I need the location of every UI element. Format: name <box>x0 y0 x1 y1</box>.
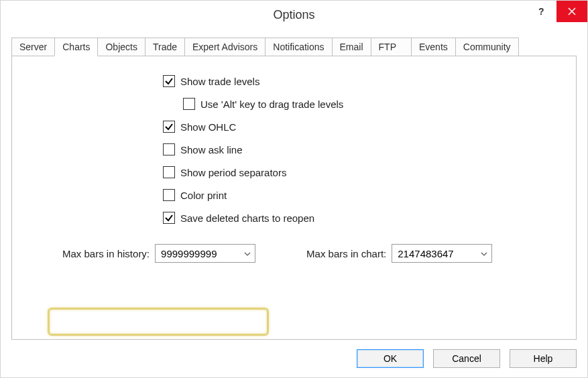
chevron-down-icon <box>244 250 251 257</box>
tab-ftp[interactable]: FTP <box>371 38 412 56</box>
option-show-trade-levels: Show trade levels <box>163 75 563 87</box>
option-use-alt-drag: Use 'Alt' key to drag trade levels <box>183 98 563 110</box>
tab-trade[interactable]: Trade <box>145 38 185 56</box>
label-max-bars-history: Max bars in history: <box>62 248 150 259</box>
cancel-button[interactable]: Cancel <box>433 349 500 368</box>
option-color-print: Color print <box>163 189 563 201</box>
dialog-content: Server Charts Objects Trade Expert Advis… <box>1 29 587 377</box>
tabstrip: Server Charts Objects Trade Expert Advis… <box>11 37 577 56</box>
help-button[interactable]: Help <box>510 349 577 368</box>
tab-server[interactable]: Server <box>11 38 55 56</box>
window-title: Options <box>273 8 314 22</box>
tab-email[interactable]: Email <box>332 38 371 56</box>
label-max-bars-chart: Max bars in chart: <box>306 248 386 259</box>
tab-panel-charts: Show trade levels Use 'Alt' key to drag … <box>11 56 577 340</box>
label-show-ohlc: Show OHLC <box>180 121 236 133</box>
checkbox-show-trade-levels[interactable] <box>163 75 175 87</box>
checkbox-use-alt-drag[interactable] <box>183 98 195 110</box>
combo-max-bars-chart-value: 2147483647 <box>398 248 453 259</box>
option-save-deleted-charts: Save deleted charts to reopen <box>163 212 563 224</box>
label-show-ask-line: Show ask line <box>180 144 243 155</box>
svg-text:?: ? <box>538 7 544 16</box>
tab-expert-advisors[interactable]: Expert Advisors <box>184 38 266 56</box>
option-show-ask-line: Show ask line <box>163 143 563 155</box>
checkbox-save-deleted-charts[interactable] <box>163 212 175 224</box>
options-dialog: Options ? Server Charts Objects Trade Ex… <box>0 0 588 378</box>
checkbox-show-ask-line[interactable] <box>163 143 175 155</box>
checkbox-show-period-separators[interactable] <box>163 166 175 178</box>
label-show-period-separators: Show period separators <box>180 167 286 178</box>
combo-max-bars-chart[interactable]: 2147483647 <box>392 244 492 263</box>
option-show-period-separators: Show period separators <box>163 166 563 178</box>
chevron-down-icon <box>481 250 487 257</box>
tab-events[interactable]: Events <box>411 38 456 56</box>
help-icon[interactable]: ? <box>526 1 556 22</box>
tab-community[interactable]: Community <box>455 38 519 56</box>
tab-notifications[interactable]: Notifications <box>265 38 332 56</box>
label-save-deleted-charts: Save deleted charts to reopen <box>180 212 314 224</box>
ok-button[interactable]: OK <box>357 349 424 368</box>
label-show-trade-levels: Show trade levels <box>180 76 259 87</box>
titlebar: Options ? <box>1 1 587 29</box>
label-use-alt-drag: Use 'Alt' key to drag trade levels <box>200 99 343 110</box>
tab-charts[interactable]: Charts <box>54 38 98 56</box>
titlebar-controls: ? <box>526 1 587 22</box>
option-show-ohlc: Show OHLC <box>163 121 563 133</box>
combo-max-bars-history-value: 9999999999 <box>161 248 217 259</box>
label-color-print: Color print <box>180 190 227 201</box>
chart-options-group: Show trade levels Use 'Alt' key to drag … <box>163 75 563 224</box>
close-icon[interactable] <box>556 1 587 22</box>
checkbox-show-ohlc[interactable] <box>163 121 175 133</box>
combo-max-bars-history[interactable]: 9999999999 <box>155 244 255 263</box>
tab-objects[interactable]: Objects <box>97 38 145 56</box>
checkbox-color-print[interactable] <box>163 189 175 201</box>
highlight-annotation <box>48 308 269 336</box>
bars-row: Max bars in history: 9999999999 Max bars… <box>62 244 563 263</box>
dialog-buttons: OK Cancel Help <box>11 340 577 368</box>
